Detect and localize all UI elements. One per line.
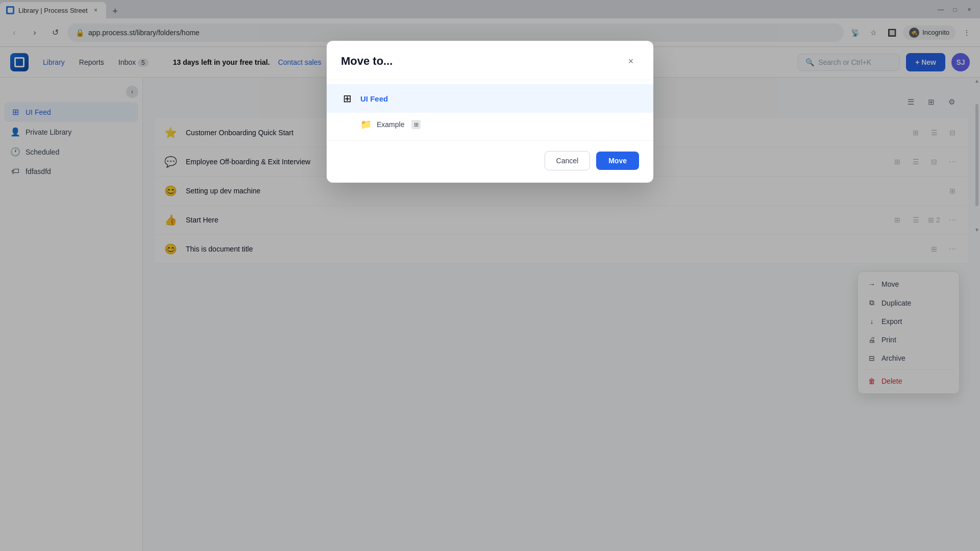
modal-option-ui-feed[interactable]: ⊞ UI Feed	[327, 84, 653, 113]
modal-option-example[interactable]: 📁 Example ⊞	[327, 113, 653, 136]
modal-header: Move to... ×	[327, 41, 653, 80]
modal-feed-icon: ⊞	[341, 92, 353, 105]
modal-feed-label: UI Feed	[360, 94, 388, 103]
modal-sub-inner: 📁 Example ⊞	[360, 119, 639, 130]
modal-overlay[interactable]: Move to... × ⊞ UI Feed 📁 Example ⊞ Cance…	[0, 0, 980, 551]
move-button[interactable]: Move	[596, 152, 639, 170]
modal-title: Move to...	[341, 55, 393, 68]
folder-label: Example	[377, 120, 404, 129]
move-modal: Move to... × ⊞ UI Feed 📁 Example ⊞ Cance…	[327, 41, 653, 183]
folder-badge: ⊞	[411, 120, 421, 129]
cancel-button[interactable]: Cancel	[545, 151, 591, 170]
folder-icon: 📁	[360, 119, 372, 130]
modal-footer: Cancel Move	[327, 140, 653, 183]
modal-close-button[interactable]: ×	[623, 53, 639, 69]
modal-body: ⊞ UI Feed 📁 Example ⊞	[327, 80, 653, 140]
